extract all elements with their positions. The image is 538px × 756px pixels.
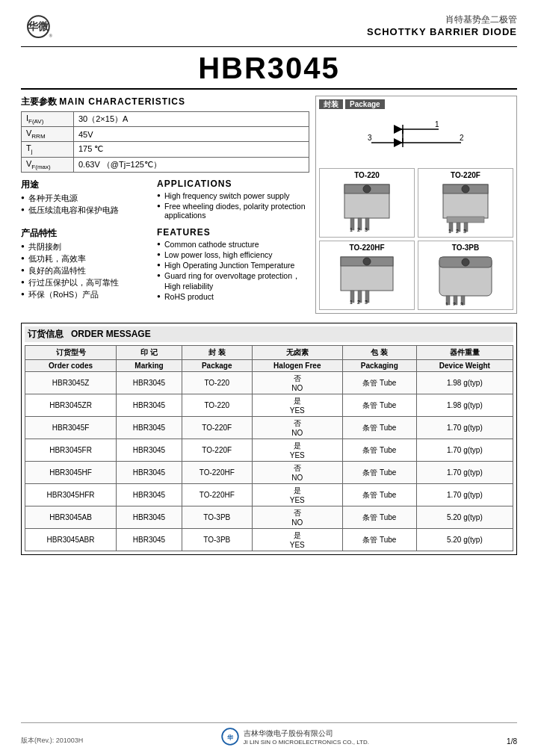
svg-text:3: 3 — [365, 227, 368, 232]
apps-right: APPLICATIONS High frequency switch power… — [157, 179, 309, 221]
order-cell: 1.98 g(typ) — [416, 394, 513, 417]
package-header: 封装 Package — [319, 99, 513, 110]
main-section: 主要参数 MAIN CHARACTERISTICS IF(AV)30（2×15）… — [21, 96, 517, 314]
features-title-cn: 产品特性 — [21, 227, 148, 240]
svg-text:1: 1 — [448, 229, 451, 233]
order-cell: 是YES — [252, 484, 342, 506]
logo-area: 华微 ® — [21, 13, 58, 43]
to3pb-svg: 1 2 3 — [425, 253, 506, 306]
feature-en-item: Guard ring for overvoltage protection，Hi… — [157, 271, 309, 291]
order-cell: 条管 Tube — [342, 462, 416, 484]
order-cell: 条管 Tube — [342, 484, 416, 506]
order-cell: 是YES — [252, 439, 342, 462]
order-cell: 1.70 g(typ) — [416, 484, 513, 506]
order-cell: HBR3045 — [117, 484, 182, 506]
order-cell: TO-220HF — [182, 462, 252, 484]
order-row: HBR3045FRHBR3045TO-220F是YES条管 Tube1.70 g… — [25, 439, 513, 462]
svg-rect-26 — [447, 217, 484, 223]
order-cell: TO-220F — [182, 439, 252, 462]
package-label-cn: 封装 — [319, 99, 343, 109]
char-value: 45V — [74, 127, 309, 142]
col-codes-cn: 订货型号 — [25, 346, 117, 360]
order-title-cn: 订货信息 — [28, 329, 64, 339]
order-title-en: ORDER MESSAGE — [71, 329, 151, 339]
feature-cn-item: 良好的高温特性 — [21, 266, 148, 276]
order-header: 订货信息 ORDER MESSAGE — [25, 326, 513, 342]
svg-text:1: 1 — [350, 300, 353, 305]
feature-cn-item: 共阴接刎 — [21, 242, 148, 252]
feature-cn-item: 环保（RoHS）产品 — [21, 290, 148, 300]
order-row: HBR3045FHBR3045TO-220F否NO条管 Tube1.70 g(t… — [25, 417, 513, 439]
to220hf-svg: 1 2 3 — [327, 253, 407, 306]
order-row: HBR3045ABRHBR3045TO-3PB是YES条管 Tube5.20 g… — [25, 529, 513, 551]
col-marking-en: Marking — [117, 360, 182, 372]
char-row: IF(AV)30（2×15）A — [22, 112, 309, 127]
char-title-en: MAIN CHARACTERISTICS — [59, 96, 185, 107]
col-codes-en: Order codes — [25, 360, 117, 372]
order-cell: HBR3045 — [117, 417, 182, 439]
feature-en-item: Low power loss, high efficiency — [157, 250, 309, 259]
order-cell: HBR3045AB — [25, 506, 117, 529]
order-cell: 1.70 g(typ) — [416, 439, 513, 462]
order-cell: HBR3045 — [117, 506, 182, 529]
header-right: 肖特基势垒二极管 SCHOTTKY BARRIER DIODE — [367, 13, 517, 37]
package-to3pb: TO-3PB 1 2 3 — [418, 241, 513, 310]
to220f-svg: 1 2 3 — [425, 181, 506, 233]
characteristics-table: IF(AV)30（2×15）AVRRM45VTj175 ℃VF(max)0.63… — [21, 111, 309, 173]
right-section: 封装 Package — [315, 96, 517, 314]
order-cell: HBR3045ABR — [25, 529, 117, 551]
order-row: HBR3045ZRHBR3045TO-220是YES条管 Tube1.98 g(… — [25, 394, 513, 417]
svg-text:华: 华 — [226, 734, 234, 741]
svg-text:3: 3 — [365, 300, 368, 305]
footer-company-en: JI LIN SIN O MICROELECTRONICS CO., LTD. — [244, 739, 369, 746]
app-cn-item: 低压续流电容和保护电路 — [21, 205, 148, 216]
svg-text:2: 2 — [453, 302, 456, 306]
svg-text:2: 2 — [460, 134, 464, 142]
char-row: VRRM45V — [22, 127, 309, 142]
order-cell: TO-220F — [182, 417, 252, 439]
svg-text:2: 2 — [357, 300, 360, 305]
apps-cn-list: 各种开关电源低压续流电容和保护电路 — [21, 193, 148, 216]
order-cell: 条管 Tube — [342, 506, 416, 529]
apps-en-list: High frequency switch power supplyFree w… — [157, 191, 309, 220]
order-cell: 条管 Tube — [342, 529, 416, 551]
order-cell: 条管 Tube — [342, 394, 416, 417]
svg-text:®: ® — [49, 34, 53, 38]
applications-row: 用途 各种开关电源低压续流电容和保护电路 APPLICATIONS High f… — [21, 179, 309, 221]
order-cell: 否NO — [252, 372, 342, 394]
left-section: 主要参数 MAIN CHARACTERISTICS IF(AV)30（2×15）… — [21, 96, 309, 314]
order-cell: HBR3045 — [117, 529, 182, 551]
svg-point-16 — [363, 185, 371, 193]
order-cell: 是YES — [252, 529, 342, 551]
package-diagram: 1 2 3 — [319, 113, 513, 165]
order-cell: HBR3045 — [117, 394, 182, 417]
features-cn-list: 共阴接刎低功耗，高效率良好的高温特性行过压保护以，高可靠性环保（RoHS）产品 — [21, 242, 148, 300]
col-hf-cn: 无卤素 — [252, 346, 342, 360]
order-table-header-en: Order codes Marking Package Halogen Free… — [25, 360, 513, 372]
char-param: Tj — [22, 142, 74, 157]
char-row: VF(max)0.63V （@Tj=125℃） — [22, 157, 309, 172]
package-to220f: TO-220F 1 2 3 — [418, 168, 513, 238]
order-cell: 条管 Tube — [342, 439, 416, 462]
order-cell: HBR3045FR — [25, 439, 117, 462]
svg-text:2: 2 — [357, 227, 360, 232]
col-hf-en: Halogen Free — [252, 360, 342, 372]
order-cell: 5.20 g(typ) — [416, 529, 513, 551]
svg-marker-6 — [394, 125, 403, 134]
header: 华微 ® 肖特基势垒二极管 SCHOTTKY BARRIER DIODE — [21, 13, 517, 47]
col-weight-en: Device Weight — [416, 360, 513, 372]
svg-text:华微: 华微 — [27, 20, 49, 32]
col-pkg-cn: 包 装 — [342, 346, 416, 360]
svg-point-35 — [363, 258, 371, 265]
order-cell: 条管 Tube — [342, 372, 416, 394]
footer: 版本(Rev.): 201003H 华 吉林华微电子股份有限公司 JI LIN … — [21, 722, 517, 746]
footer-company-block: 吉林华微电子股份有限公司 JI LIN SIN O MICROELECTRONI… — [244, 728, 369, 746]
features-title-en: FEATURES — [157, 227, 309, 238]
char-header: 主要参数 MAIN CHARACTERISTICS — [21, 96, 309, 108]
order-table-header-cn: 订货型号 印 记 封 装 无卤素 包 装 器件重量 — [25, 346, 513, 360]
features-right: FEATURES Common cathode structureLow pow… — [157, 227, 309, 303]
order-cell: HBR3045HFR — [25, 484, 117, 506]
page: 华微 ® 肖特基势垒二极管 SCHOTTKY BARRIER DIODE HBR… — [0, 0, 538, 756]
features-left: 产品特性 共阴接刎低功耗，高效率良好的高温特性行过压保护以，高可靠性环保（RoH… — [21, 227, 148, 303]
order-cell: TO-220 — [182, 372, 252, 394]
